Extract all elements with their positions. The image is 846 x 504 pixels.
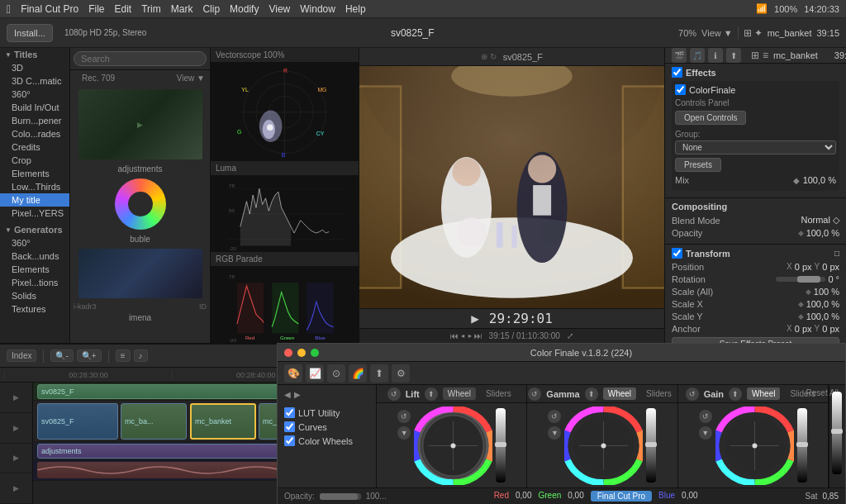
cf-gain-wheel-tab[interactable]: Wheel bbox=[747, 388, 780, 400]
install-button[interactable]: Install... bbox=[7, 24, 53, 42]
track-clip-mc3[interactable]: mc_banket bbox=[190, 403, 256, 440]
library-item-burnopener[interactable]: Burn...pener bbox=[0, 114, 69, 127]
menu-trim[interactable]: Trim bbox=[141, 3, 161, 15]
library-item-pixelmotions[interactable]: Pixel...tions bbox=[0, 276, 69, 289]
cf-lut-utility-checkbox[interactable] bbox=[284, 407, 295, 418]
cf-sat-slider[interactable] bbox=[832, 392, 842, 474]
library-item-textures[interactable]: Textures bbox=[0, 302, 69, 316]
compositing-header[interactable]: Compositing bbox=[672, 202, 839, 212]
library-item-gen-elements[interactable]: Elements bbox=[0, 263, 69, 276]
cf-color-wheels-checkbox[interactable] bbox=[284, 435, 295, 446]
cf-gain-reset-btn[interactable]: ↺ bbox=[686, 388, 699, 401]
cf-close-btn[interactable] bbox=[284, 349, 292, 357]
view-button[interactable]: View ▼ bbox=[701, 28, 733, 38]
track-clip-sv0825[interactable]: sv0825_F bbox=[37, 384, 297, 399]
blend-mode-value[interactable]: Normal ◇ bbox=[801, 215, 839, 226]
library-item-lowerthirds[interactable]: Low...Thirds bbox=[0, 180, 69, 193]
tl-zoom-out-btn[interactable]: 🔍- bbox=[50, 349, 73, 362]
zoom-level[interactable]: 70% bbox=[678, 28, 696, 38]
transform-checkbox[interactable] bbox=[672, 248, 682, 259]
cf-curves-checkbox[interactable] bbox=[284, 421, 295, 432]
cf-maximize-btn[interactable] bbox=[311, 349, 319, 357]
menu-view[interactable]: View bbox=[269, 3, 290, 15]
cf-gamma-wheel-tab[interactable]: Wheel bbox=[603, 388, 636, 400]
transform-header[interactable]: Transform □ bbox=[672, 248, 839, 259]
cf-settings-btn[interactable]: ⚙ bbox=[392, 364, 410, 383]
cf-gamma-copy-btn[interactable]: ⬆ bbox=[585, 388, 598, 401]
track-clip-mc1[interactable]: sv0825_F bbox=[37, 403, 118, 440]
cf-gamma-reset-btn[interactable]: ↺ bbox=[528, 388, 541, 401]
cf-gamma-arrow-down[interactable]: ▼ bbox=[548, 426, 561, 440]
index-button[interactable]: Index bbox=[7, 349, 36, 362]
generators-section-header[interactable]: ▼ Generators bbox=[0, 223, 69, 236]
library-item-3dcinematic[interactable]: 3D C...matic bbox=[0, 74, 69, 88]
inspector-share-tab[interactable]: ⬆ bbox=[726, 48, 741, 63]
cf-gain-copy-btn[interactable]: ⬆ bbox=[729, 388, 742, 401]
library-item-360[interactable]: 360° bbox=[0, 88, 69, 101]
track-clip-mc2[interactable]: mc_ba... bbox=[121, 403, 187, 440]
library-item-buildinout[interactable]: Build In/Out bbox=[0, 101, 69, 114]
cf-lift-wheel[interactable] bbox=[414, 407, 492, 485]
effects-toggle-btn[interactable]: ✦ bbox=[754, 27, 763, 39]
inspector-info-tab[interactable]: ℹ bbox=[708, 48, 723, 63]
cf-lift-reset-btn[interactable]: ↺ bbox=[387, 388, 401, 401]
menu-fcp[interactable]: Final Cut Pro bbox=[21, 3, 78, 15]
cf-prev-btn[interactable]: ◀ bbox=[284, 390, 291, 399]
inspector-audio-tab[interactable]: 🎵 bbox=[690, 48, 705, 63]
titles-section-header[interactable]: ▼ Titles bbox=[0, 48, 69, 61]
cf-minimize-btn[interactable] bbox=[297, 349, 306, 357]
library-item-credits[interactable]: Credits bbox=[0, 140, 69, 154]
inspector-toggle-btn[interactable]: ⊞ bbox=[744, 27, 752, 39]
menu-file[interactable]: File bbox=[88, 3, 104, 15]
play-button[interactable]: ▶ bbox=[471, 311, 479, 326]
cf-export-btn[interactable]: ⬆ bbox=[370, 364, 388, 383]
cf-gain-arrow-up[interactable]: ↺ bbox=[699, 410, 712, 423]
rotation-slider[interactable] bbox=[776, 277, 825, 282]
cf-lift-arrow-up[interactable]: ↺ bbox=[397, 410, 411, 423]
cf-lift-wheel-tab[interactable]: Wheel bbox=[443, 388, 476, 400]
apple-menu[interactable]:  bbox=[7, 2, 11, 16]
menu-clip[interactable]: Clip bbox=[202, 3, 220, 15]
cf-lift-arrow-down[interactable]: ▼ bbox=[397, 426, 411, 440]
cf-gamma-sliders-tab[interactable]: Sliders bbox=[641, 388, 677, 400]
inspector-video-tab[interactable]: 🎬 bbox=[672, 48, 687, 63]
cf-lut-btn[interactable]: 🎨 bbox=[284, 364, 302, 383]
save-effects-preset-button[interactable]: Save Effects Preset bbox=[672, 337, 839, 343]
menu-edit[interactable]: Edit bbox=[115, 3, 132, 15]
library-item-backgrounds[interactable]: Back...unds bbox=[0, 250, 69, 263]
cf-lift-sliders-tab[interactable]: Sliders bbox=[481, 388, 516, 400]
library-item-crop[interactable]: Crop bbox=[0, 154, 69, 167]
cf-gain-slider[interactable] bbox=[797, 408, 807, 483]
library-item-pixellayers[interactable]: Pixel...YERS bbox=[0, 207, 69, 220]
library-item-mytitle[interactable]: My title bbox=[0, 193, 69, 207]
cf-hsl-btn[interactable]: 🌈 bbox=[349, 364, 367, 383]
cf-gain-wheel[interactable] bbox=[715, 407, 794, 485]
search-input[interactable] bbox=[74, 51, 207, 66]
menu-mark[interactable]: Mark bbox=[171, 3, 193, 15]
cf-gamma-arrow-up[interactable]: ↺ bbox=[548, 410, 561, 423]
library-item-elements[interactable]: Elements bbox=[0, 167, 69, 180]
viewer-playback-controls[interactable]: ⏮ ◀ ▶ ⏭ bbox=[450, 331, 482, 340]
library-item-3d[interactable]: 3D bbox=[0, 61, 69, 74]
menu-help[interactable]: Help bbox=[345, 3, 366, 15]
menu-window[interactable]: Window bbox=[300, 3, 335, 15]
fcp-tab-btn[interactable]: Final Cut Pro bbox=[591, 491, 652, 502]
tl-view-options-btn[interactable]: ≡ bbox=[116, 349, 131, 362]
menu-modify[interactable]: Modify bbox=[230, 3, 259, 15]
cf-lift-copy-btn[interactable]: ⬆ bbox=[425, 388, 438, 401]
library-item-colorades[interactable]: Colo...rades bbox=[0, 127, 69, 140]
presets-button[interactable]: Presets bbox=[675, 158, 721, 172]
view-dropdown[interactable]: View ▼ bbox=[177, 74, 205, 83]
cf-gamma-slider[interactable] bbox=[646, 408, 656, 483]
colorfinale-checkbox[interactable] bbox=[675, 84, 686, 95]
cf-gamma-wheel[interactable] bbox=[564, 407, 643, 485]
effects-header[interactable]: Effects bbox=[672, 67, 839, 78]
opacity-bottom-slider[interactable] bbox=[320, 493, 361, 500]
library-item-gen-360[interactable]: 360° bbox=[0, 236, 69, 250]
effects-checkbox[interactable] bbox=[672, 67, 682, 78]
group-dropdown[interactable]: None bbox=[675, 140, 836, 155]
tl-audio-btn[interactable]: ♪ bbox=[134, 349, 148, 362]
cf-gain-arrow-down[interactable]: ▼ bbox=[699, 426, 712, 440]
inspector-collapse-btn[interactable]: ⊞ bbox=[751, 50, 759, 61]
track-clip-adj[interactable]: adjustments bbox=[37, 444, 310, 459]
